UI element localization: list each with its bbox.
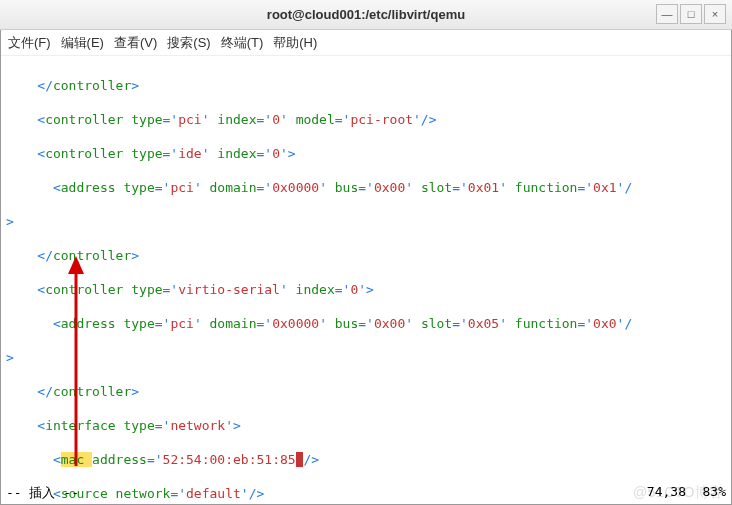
menu-search[interactable]: 搜索(S) xyxy=(163,32,214,54)
xml-line: </controller> xyxy=(6,383,726,400)
xml-line: <address type='pci' domain='0x0000' bus=… xyxy=(6,179,726,196)
menu-view[interactable]: 查看(V) xyxy=(110,32,161,54)
close-button[interactable]: × xyxy=(704,4,726,24)
menubar: 文件(F) 编辑(E) 查看(V) 搜索(S) 终端(T) 帮助(H) xyxy=(0,30,732,56)
menu-terminal[interactable]: 终端(T) xyxy=(217,32,268,54)
minimize-button[interactable]: — xyxy=(656,4,678,24)
xml-line: </controller> xyxy=(6,247,726,264)
xml-line: > xyxy=(6,213,726,230)
menu-help[interactable]: 帮助(H) xyxy=(269,32,321,54)
xml-line: <controller type='pci' index='0' model='… xyxy=(6,111,726,128)
window-controls: — □ × xyxy=(656,4,726,24)
terminal-content[interactable]: </controller> <controller type='pci' ind… xyxy=(0,56,732,505)
vim-cursor-position: 74,38 xyxy=(647,484,686,499)
titlebar: root@cloud001:/etc/libvirt/qemu — □ × xyxy=(0,0,732,30)
menu-file[interactable]: 文件(F) xyxy=(4,32,55,54)
xml-line: <address type='pci' domain='0x0000' bus=… xyxy=(6,315,726,332)
xml-line: <controller type='ide' index='0'> xyxy=(6,145,726,162)
menu-edit[interactable]: 编辑(E) xyxy=(57,32,108,54)
xml-line: <mac address='52:54:00:eb:51:85'/> xyxy=(6,451,726,468)
vim-status-line: -- 插入 -- 74,38 83% xyxy=(6,484,726,502)
xml-line: </controller> xyxy=(6,77,726,94)
vim-scroll-percent: 83% xyxy=(703,484,726,499)
xml-line: > xyxy=(6,349,726,366)
maximize-button[interactable]: □ xyxy=(680,4,702,24)
vim-mode: -- 插入 -- xyxy=(6,485,79,500)
xml-line: <controller type='virtio-serial' index='… xyxy=(6,281,726,298)
window-title: root@cloud001:/etc/libvirt/qemu xyxy=(0,7,732,22)
xml-line: <interface type='network'> xyxy=(6,417,726,434)
